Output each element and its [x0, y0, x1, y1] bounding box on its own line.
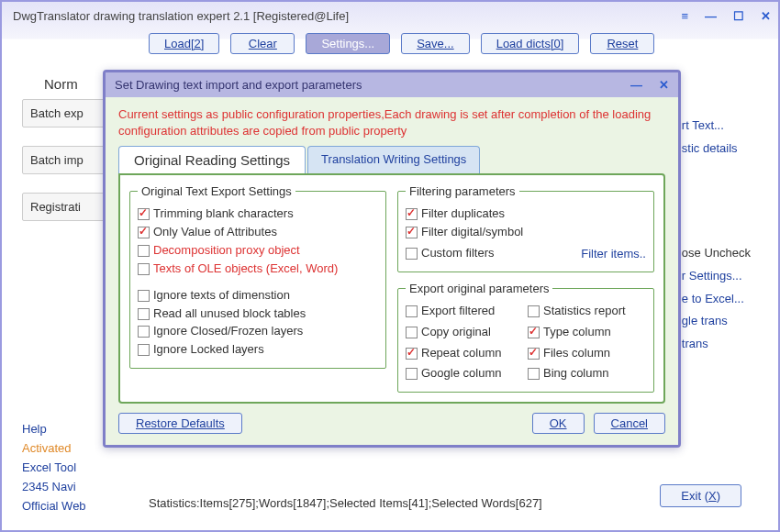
- window-controls: ≡ — ☐ ✕: [681, 9, 771, 23]
- dialog-warning: Current settings as public configuration…: [118, 106, 665, 139]
- chk-ignore-closed[interactable]: Ignore Closed/Frozen layers: [138, 324, 378, 339]
- frag-r-settings[interactable]: r Settings...: [682, 265, 751, 288]
- chk-only-value[interactable]: Only Value of Attributes: [138, 225, 378, 240]
- settings-button[interactable]: Settings...: [306, 33, 390, 54]
- dialog-tabs: Original Reading Settings Translation Wr…: [118, 146, 665, 173]
- official-web-link[interactable]: Official Web: [22, 499, 86, 513]
- filter-items-link[interactable]: Filter items..: [581, 247, 646, 260]
- frag-rt-text[interactable]: rt Text...: [682, 115, 751, 138]
- chk-repeat-column[interactable]: Repeat column: [406, 346, 524, 361]
- dialog-title: Set Drawing text import and export param…: [115, 78, 614, 92]
- activated-link[interactable]: Activated: [22, 441, 86, 455]
- window-title: DwgTranslator drawing translation expert…: [9, 9, 681, 23]
- chk-filter-digital[interactable]: Filter digital/symbol: [406, 225, 646, 240]
- dialog-titlebar: Set Drawing text import and export param…: [106, 72, 678, 97]
- legend-filter: Filtering parameters: [406, 184, 519, 198]
- ok-button[interactable]: OK: [532, 413, 585, 434]
- tab-reading[interactable]: Original Reading Settings: [118, 146, 306, 173]
- frag-e-excel[interactable]: e to Excel...: [682, 288, 751, 311]
- help-link[interactable]: Help: [22, 422, 86, 436]
- dialog-panel: Original Text Export Settings Trimming b…: [118, 173, 665, 404]
- dialog-footer: Restore Defaults OK Cancel: [118, 404, 665, 434]
- restore-defaults-button[interactable]: Restore Defaults: [118, 413, 242, 434]
- frag-stic[interactable]: stic details: [682, 138, 751, 161]
- chk-ignore-dimension[interactable]: Ignore texts of dimenstion: [138, 288, 378, 304]
- tab-writing[interactable]: Translation Writing Settings: [307, 146, 480, 173]
- dialog-minimize-icon[interactable]: —: [630, 78, 642, 92]
- settings-dialog: Set Drawing text import and export param…: [103, 70, 681, 448]
- group-export-settings: Original Text Export Settings Trimming b…: [129, 184, 386, 369]
- chk-bing-column[interactable]: Bing column: [528, 366, 646, 382]
- frag-trans[interactable]: trans: [682, 333, 751, 356]
- load-dicts-button[interactable]: Load dicts[0]: [481, 33, 580, 54]
- chk-google-column[interactable]: Google column: [406, 366, 524, 382]
- dialog-close-icon[interactable]: ✕: [659, 78, 669, 92]
- legend-export: Original Text Export Settings: [138, 184, 295, 198]
- statistics-line: Statistics:Items[275];Words[1847];Select…: [149, 496, 542, 510]
- chk-statistics[interactable]: Statistics report: [528, 304, 646, 319]
- right-fragments: rt Text... stic details ose Uncheck r Se…: [682, 115, 751, 356]
- close-icon[interactable]: ✕: [761, 9, 771, 23]
- maximize-icon[interactable]: ☐: [733, 9, 744, 23]
- minimize-icon[interactable]: —: [705, 9, 717, 23]
- cancel-button[interactable]: Cancel: [594, 413, 665, 434]
- reset-button[interactable]: Reset: [590, 33, 654, 54]
- frag-gle[interactable]: gle trans: [682, 310, 751, 333]
- chk-decomposition[interactable]: Decomposition proxy object: [138, 243, 378, 259]
- chk-type-column[interactable]: Type column: [528, 325, 646, 340]
- dialog-body: Current settings as public configuration…: [106, 97, 678, 445]
- chk-custom-filters[interactable]: Custom filters: [406, 246, 581, 261]
- clear-button[interactable]: Clear: [230, 33, 295, 54]
- legend-params: Export original parameters: [406, 282, 552, 295]
- chk-files-column[interactable]: Files column: [528, 346, 646, 361]
- footer-links: Help Activated Excel Tool 2345 Navi Offi…: [22, 422, 86, 518]
- toolbar: Load[2] Clear Settings... Save... Load d…: [2, 29, 778, 58]
- chk-trimming[interactable]: Trimming blank characters: [138, 206, 378, 222]
- save-button[interactable]: Save...: [401, 33, 469, 54]
- chk-filter-dup[interactable]: Filter duplicates: [406, 206, 646, 222]
- excel-tool-link[interactable]: Excel Tool: [22, 460, 86, 474]
- panel-left-col: Original Text Export Settings Trimming b…: [129, 184, 386, 393]
- exit-button[interactable]: Exit (X): [660, 484, 741, 507]
- chk-read-unused[interactable]: Read all unused block tables: [138, 306, 378, 322]
- panel-right-col: Filtering parameters Filter duplicates F…: [397, 184, 654, 393]
- titlebar: DwgTranslator drawing translation expert…: [2, 2, 778, 29]
- group-export-params: Export original parameters Export filter…: [397, 282, 654, 393]
- navi-link[interactable]: 2345 Navi: [22, 480, 86, 493]
- chk-ignore-locked[interactable]: Ignore Locked layers: [138, 342, 378, 358]
- load-button[interactable]: Load[2]: [149, 33, 219, 54]
- chk-ole-texts[interactable]: Texts of OLE objects (Excel, Word): [138, 261, 378, 277]
- frag-ose: ose Uncheck: [682, 242, 751, 265]
- main-window: DwgTranslator drawing translation expert…: [0, 0, 780, 532]
- menu-icon[interactable]: ≡: [681, 9, 688, 23]
- chk-copy-original[interactable]: Copy original: [406, 325, 524, 340]
- group-filtering: Filtering parameters Filter duplicates F…: [397, 184, 654, 272]
- chk-export-filtered[interactable]: Export filtered: [406, 304, 524, 319]
